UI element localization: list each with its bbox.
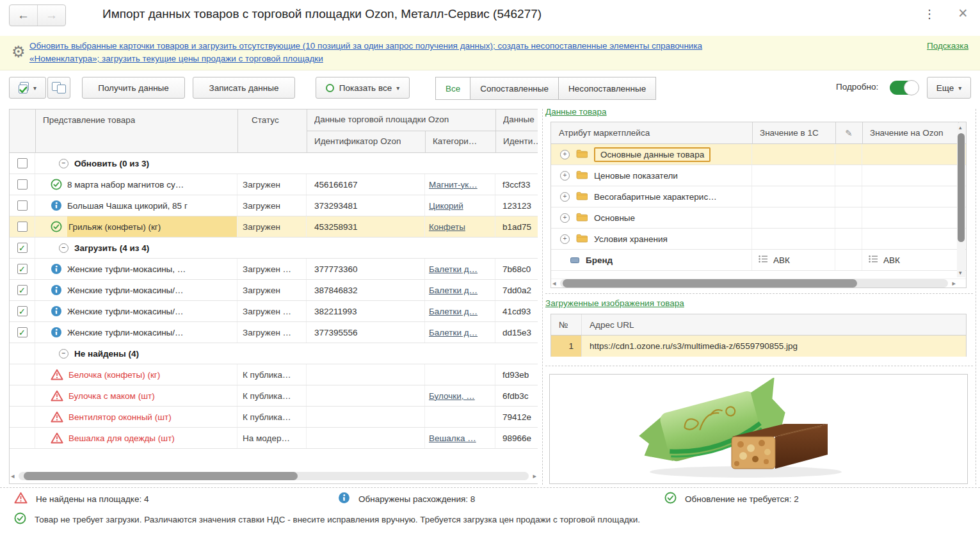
- product-row[interactable]: ✓ Женские туфли-мокасины, … Загружен … 3…: [10, 259, 538, 280]
- attribute-row[interactable]: +Условия хранения: [551, 229, 966, 250]
- write-data-button[interactable]: Записать данные: [193, 77, 295, 99]
- product-row-error[interactable]: Вентилятор оконный (шт) К публика… 79412…: [10, 407, 538, 428]
- help-link[interactable]: Подсказка: [927, 41, 968, 51]
- scroll-up-icon[interactable]: ▴: [959, 124, 962, 131]
- attribute-row[interactable]: +Основные: [551, 207, 966, 229]
- product-row-error[interactable]: Белочка (конфеты) (кг) К публика… fd93eb: [10, 364, 538, 385]
- show-all-dropdown[interactable]: Показать все ▾: [316, 77, 410, 99]
- row-checkbox[interactable]: [17, 158, 28, 168]
- select-all-button[interactable]: ▾: [9, 77, 46, 99]
- attribute-row[interactable]: +Весогабаритные характерис…: [551, 186, 966, 207]
- deselect-all-button[interactable]: [47, 77, 70, 99]
- column-header-category[interactable]: Категори…: [433, 136, 493, 146]
- choice-list-icon[interactable]: [869, 255, 878, 265]
- column-header-ozon-id[interactable]: Идентификатор Ozon: [314, 136, 401, 146]
- product-row[interactable]: ✓ Женские туфли-мокасины/… Загружен 3878…: [10, 280, 538, 301]
- attribute-row-selected[interactable]: + Основные данные товара: [551, 144, 966, 165]
- scroll-left-icon[interactable]: ◂: [552, 279, 556, 287]
- tab-all[interactable]: Все: [435, 77, 470, 100]
- product-row-error[interactable]: Вешалка для одежды (шт) На модер… Вешалк…: [10, 428, 538, 449]
- category-link[interactable]: Балетки д…: [429, 307, 478, 316]
- collapse-icon[interactable]: −: [59, 243, 68, 253]
- tab-unmatched[interactable]: Несопоставленные: [558, 77, 656, 100]
- product-row-error[interactable]: Булочка с маком (шт) К публика… Булочки,…: [10, 385, 538, 407]
- column-group-data[interactable]: Данные: [503, 115, 538, 124]
- category-link[interactable]: Балетки д…: [429, 264, 478, 274]
- column-header-name[interactable]: Представление товара: [43, 115, 135, 125]
- column-header-status[interactable]: Статус: [252, 115, 279, 125]
- column-header-value-1c[interactable]: Значение в 1С: [752, 122, 835, 143]
- product-row[interactable]: Большая Чашка цикорий, 85 г Загружен 373…: [10, 195, 538, 216]
- group-row-not-found[interactable]: −Не найдены (4): [10, 343, 538, 364]
- category-link[interactable]: Вешалка …: [429, 433, 476, 443]
- category-link[interactable]: Цикорий: [429, 201, 463, 211]
- row-checkbox[interactable]: [17, 222, 28, 232]
- hint-link-line1[interactable]: Обновить выбранные карточки товаров и за…: [29, 40, 702, 53]
- scrollbar-track[interactable]: [19, 472, 529, 480]
- window-menu-button[interactable]: ⋮: [924, 7, 935, 21]
- category-link[interactable]: Булочки, …: [429, 391, 475, 401]
- close-button[interactable]: ×: [958, 4, 968, 22]
- deselect-all-icon: [57, 82, 61, 93]
- product-row[interactable]: 8 марта набор магнитов су… Загружен 4561…: [10, 174, 538, 195]
- attributes-horizontal-scrollbar[interactable]: ◂ ▸: [552, 279, 956, 287]
- attributes-vertical-scrollbar[interactable]: ▴ ▾: [957, 123, 965, 277]
- hint-link-line2[interactable]: «Номенклатура»; загрузить текущие цены п…: [29, 53, 702, 65]
- column-header-internal-id[interactable]: Иденти…: [503, 136, 538, 146]
- hint-action-link[interactable]: Обновить выбранные карточки товаров и за…: [29, 40, 702, 65]
- category-link[interactable]: Конфеты: [429, 222, 465, 232]
- category-link[interactable]: Магнит-ук…: [429, 180, 478, 190]
- scrollbar-thumb[interactable]: [24, 472, 298, 480]
- attribute-row[interactable]: +Ценовые показатели: [551, 165, 966, 186]
- column-header-attribute[interactable]: Атрибут маркетплейса: [551, 122, 752, 143]
- collapse-icon[interactable]: −: [59, 159, 68, 168]
- row-checkbox-checked[interactable]: ✓: [17, 264, 28, 274]
- row-checkbox-checked[interactable]: ✓: [17, 327, 28, 337]
- expand-icon[interactable]: +: [560, 171, 570, 181]
- scroll-right-icon[interactable]: ▸: [533, 472, 536, 480]
- product-row[interactable]: ✓ Женские туфли-мокасины/… Загружен … 37…: [10, 322, 538, 343]
- row-checkbox-checked[interactable]: ✓: [17, 243, 28, 253]
- column-header-num[interactable]: №: [551, 314, 582, 335]
- scrollbar-thumb[interactable]: [958, 133, 965, 242]
- product-data-section-link[interactable]: Данные товара: [545, 107, 607, 117]
- products-horizontal-scrollbar[interactable]: ◂ ▸: [11, 472, 536, 480]
- product-row-selected[interactable]: Грильяж (конфеты) (кг) Загружен 45325893…: [10, 216, 538, 238]
- column-header-url[interactable]: Адрес URL: [582, 314, 966, 335]
- scroll-left-icon[interactable]: ◂: [11, 472, 15, 480]
- attribute-label: Основные: [594, 213, 635, 223]
- images-section-link[interactable]: Загруженные изображения товара: [545, 298, 684, 308]
- attribute-row-brand[interactable]: Бренд АВК АВК: [551, 250, 966, 271]
- panel-splitter[interactable]: [542, 109, 543, 485]
- category-link[interactable]: Балетки д…: [429, 328, 478, 337]
- choice-list-icon[interactable]: [759, 255, 768, 265]
- scroll-right-icon[interactable]: ▸: [952, 279, 956, 287]
- collapse-icon[interactable]: −: [59, 349, 68, 359]
- product-row[interactable]: ✓ Женские туфли-мокасины/… Загружен … 38…: [10, 301, 538, 322]
- get-data-button[interactable]: Получить данные: [82, 77, 185, 99]
- expand-icon[interactable]: +: [560, 213, 570, 223]
- back-button[interactable]: ←: [10, 5, 37, 26]
- product-status: На модер…: [243, 433, 290, 443]
- group-row-load[interactable]: ✓ −Загрузить (4 из 4): [10, 238, 538, 259]
- expand-icon[interactable]: +: [560, 234, 570, 244]
- scrollbar-track[interactable]: [560, 279, 948, 287]
- row-checkbox[interactable]: [17, 179, 28, 190]
- expand-icon[interactable]: +: [560, 150, 570, 159]
- scrollbar-thumb[interactable]: [563, 279, 857, 287]
- row-checkbox[interactable]: [17, 200, 28, 211]
- expand-icon[interactable]: +: [560, 192, 570, 202]
- group-row-update[interactable]: −Обновить (0 из 3): [10, 153, 538, 174]
- image-url-row[interactable]: 1 https://cdn1.ozone.ru/s3/multimedia-z/…: [551, 336, 966, 357]
- tab-matched[interactable]: Сопоставленные: [470, 77, 559, 100]
- detail-toggle[interactable]: [890, 81, 918, 95]
- more-button[interactable]: Еще ▾: [927, 77, 971, 99]
- scroll-down-icon[interactable]: ▾: [959, 270, 962, 276]
- folder-icon: [576, 191, 588, 202]
- column-group-ozon[interactable]: Данные торговой площадки Ozon: [314, 115, 494, 124]
- forward-button[interactable]: →: [37, 5, 65, 26]
- column-header-value-ozon[interactable]: Значение на Ozon: [862, 122, 958, 143]
- row-checkbox-checked[interactable]: ✓: [17, 306, 28, 316]
- category-link[interactable]: Балетки д…: [429, 286, 478, 295]
- row-checkbox-checked[interactable]: ✓: [17, 285, 28, 295]
